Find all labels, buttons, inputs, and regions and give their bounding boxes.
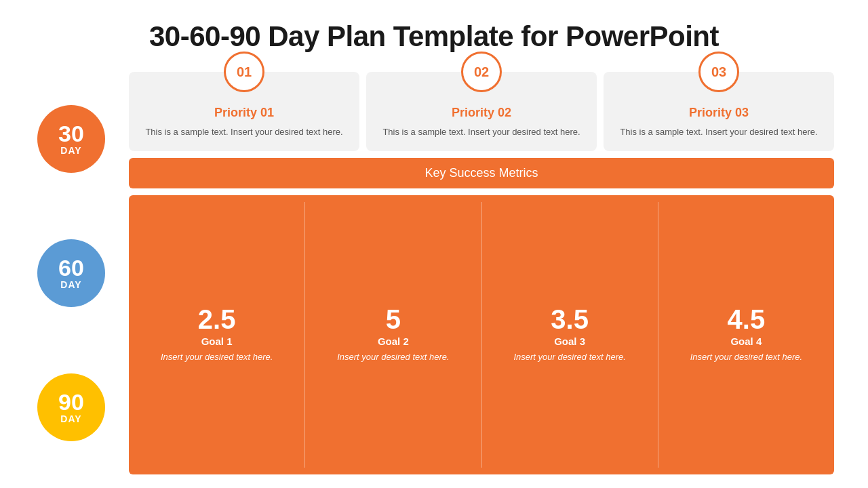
day-60-label: DAY xyxy=(60,279,81,290)
priority-1-number: 01 xyxy=(237,64,252,80)
priority-card-2: 02 Priority 02 This is a sample text. In… xyxy=(366,72,597,151)
day-circles: 30 DAY 60 DAY 90 DAY xyxy=(34,72,108,474)
goal-item-2: 5 Goal 2 Insert your desired text here. xyxy=(305,202,481,468)
metrics-banner: Key Success Metrics xyxy=(129,158,834,188)
priority-2-circle: 02 xyxy=(461,52,502,92)
goal-3-title: Goal 3 xyxy=(554,336,585,347)
priority-1-text: This is a sample text. Insert your desir… xyxy=(145,125,342,139)
priority-3-number: 03 xyxy=(711,64,726,80)
goal-1-number: 2.5 xyxy=(198,306,236,333)
goal-item-3: 3.5 Goal 3 Insert your desired text here… xyxy=(482,202,658,468)
day-90-circle: 90 DAY xyxy=(37,373,105,441)
goal-2-text: Insert your desired text here. xyxy=(337,351,449,363)
priority-1-circle: 01 xyxy=(224,52,264,92)
priority-card-3: 03 Priority 03 This is a sample text. In… xyxy=(604,72,834,151)
day-30-label: DAY xyxy=(60,145,81,156)
right-content: 01 Priority 01 This is a sample text. In… xyxy=(129,72,834,474)
goal-3-text: Insert your desired text here. xyxy=(513,351,625,363)
goal-3-number: 3.5 xyxy=(551,306,589,333)
goal-2-title: Goal 2 xyxy=(378,336,409,347)
day-30-circle: 30 DAY xyxy=(37,105,105,173)
day-60-circle: 60 DAY xyxy=(37,239,105,307)
goal-item-4: 4.5 Goal 4 Insert your desired text here… xyxy=(658,202,834,468)
goal-4-number: 4.5 xyxy=(728,306,766,333)
priority-2-title: Priority 02 xyxy=(452,106,511,120)
priority-2-text: This is a sample text. Insert your desir… xyxy=(382,125,580,139)
day-60-number: 60 xyxy=(58,256,84,279)
page-title: 30-60-90 Day Plan Template for PowerPoin… xyxy=(34,20,834,53)
goal-2-number: 5 xyxy=(386,306,401,333)
day-90-number: 90 xyxy=(58,390,84,413)
priority-row: 01 Priority 01 This is a sample text. In… xyxy=(129,72,834,151)
priority-3-title: Priority 03 xyxy=(689,106,749,120)
goal-4-title: Goal 4 xyxy=(730,336,762,347)
day-90-label: DAY xyxy=(60,413,81,424)
priority-3-text: This is a sample text. Insert your desir… xyxy=(620,125,817,139)
goals-row: 2.5 Goal 1 Insert your desired text here… xyxy=(129,195,834,475)
priority-1-title: Priority 01 xyxy=(214,106,274,120)
priority-card-1: 01 Priority 01 This is a sample text. In… xyxy=(129,72,359,151)
goal-1-text: Insert your desired text here. xyxy=(161,351,273,363)
goal-1-title: Goal 1 xyxy=(201,336,233,347)
day-30-number: 30 xyxy=(58,122,84,145)
priority-3-circle: 03 xyxy=(698,52,739,92)
priority-2-number: 02 xyxy=(474,64,489,80)
goal-item-1: 2.5 Goal 1 Insert your desired text here… xyxy=(129,202,305,468)
main-content: 30 DAY 60 DAY 90 DAY 01 Priority 01 This… xyxy=(34,72,834,474)
goal-4-text: Insert your desired text here. xyxy=(690,351,802,363)
